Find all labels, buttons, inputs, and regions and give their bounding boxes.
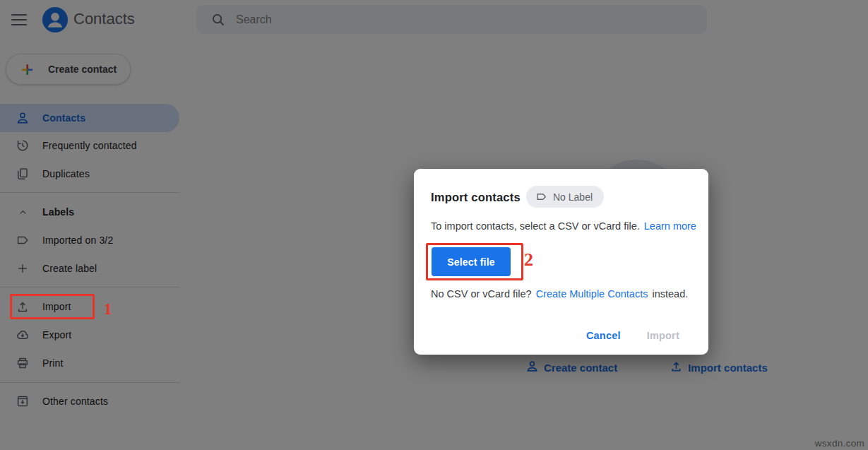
label-icon [535,191,547,203]
annotation-number-1: 1 [104,300,112,319]
dialog-body-text: To import contacts, select a CSV or vCar… [431,220,696,232]
annotation-box-step1 [10,294,95,319]
create-multiple-contacts-link[interactable]: Create Multiple Contacts [536,288,648,300]
google-contacts-window: Create contact Import contacts Contacts [0,0,868,450]
body-text: To import contacts, select a CSV or vCar… [431,220,640,232]
annotation-box-step2 [426,243,523,280]
annotation-number-2: 2 [524,249,533,271]
dialog-alt-text: No CSV or vCard file? Create Multiple Co… [431,288,688,300]
learn-more-link[interactable]: Learn more [644,220,696,232]
no-label-chip[interactable]: No Label [526,186,604,208]
import-button-disabled[interactable]: Import [647,330,679,341]
alt-text-prefix: No CSV or vCard file? [431,288,532,300]
dialog-actions: Cancel Import [586,330,679,341]
cancel-button[interactable]: Cancel [586,330,621,341]
dialog-title: Import contacts [431,191,521,204]
watermark: wsxdn.com [815,438,864,449]
alt-text-suffix: instead. [652,288,688,300]
no-label-chip-label: No Label [553,191,593,203]
